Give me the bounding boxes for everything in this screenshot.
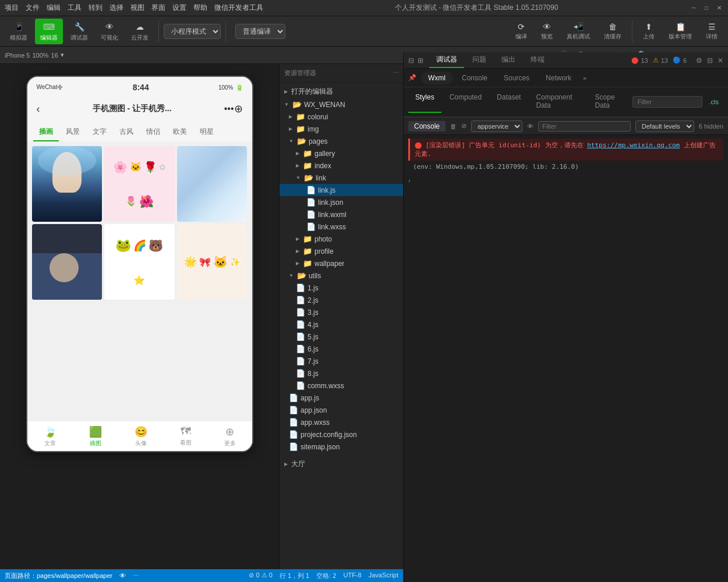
console-prompt[interactable]: › — [404, 174, 728, 187]
tree-6js[interactable]: 📄 6.js — [280, 343, 404, 355]
tree-3js[interactable]: 📄 3.js — [280, 306, 404, 318]
tree-2js[interactable]: 📄 2.js — [280, 294, 404, 306]
tree-utils[interactable]: ▼ 📂 utils — [280, 269, 404, 282]
compile-button[interactable]: ⟳ 编译 — [510, 20, 533, 43]
phone-more-icon[interactable]: ⊕ — [234, 102, 243, 115]
image-cell-dark[interactable] — [32, 224, 103, 300]
tree-8js[interactable]: 📄 8.js — [280, 367, 404, 379]
menu-item-settings[interactable]: 设置 — [172, 3, 186, 13]
tree-colorui[interactable]: ▶ 📁 colorui — [280, 111, 404, 123]
error-link[interactable]: https://mp.weixin.qq.com — [587, 141, 680, 149]
debug-collapse-icon[interactable]: ⊟ — [408, 56, 414, 65]
tree-7js[interactable]: 📄 7.js — [280, 355, 404, 367]
console-filter-input[interactable] — [538, 121, 631, 132]
tab-ancient[interactable]: 古风 — [114, 123, 139, 141]
tab-output[interactable]: 编出 — [494, 53, 522, 68]
subtab-network[interactable]: Network — [539, 72, 578, 84]
clear-cache-button[interactable]: 🗑 清缓存 — [598, 20, 627, 43]
subtab-more[interactable]: » — [583, 74, 586, 81]
status-eye-icon[interactable]: 👁 — [119, 572, 126, 579]
debugger-button[interactable]: 🔧 调试器 — [65, 19, 93, 44]
subtab-console[interactable]: Console — [455, 72, 494, 84]
split-debug-icon[interactable]: ⊟ — [707, 56, 713, 65]
settings-icon[interactable]: ⚙ — [696, 56, 702, 65]
menu-item-goto[interactable]: 转到 — [89, 3, 103, 13]
tab-scenery[interactable]: 风景 — [60, 123, 86, 141]
menu-item-wechat[interactable]: 微信开发者工具 — [214, 3, 263, 13]
tree-link-js[interactable]: 📄 link.js — [280, 184, 404, 196]
eye-icon[interactable]: 👁 — [527, 123, 533, 130]
menu-item-file[interactable]: 文件 — [26, 3, 40, 13]
tree-app-wxss[interactable]: 📄 app.wxss — [280, 416, 404, 428]
minimize-button[interactable]: ─ — [690, 4, 698, 12]
tree-sitemap[interactable]: 📄 sitemap.json — [280, 441, 404, 453]
visual-button[interactable]: 👁 可视化 — [96, 19, 123, 44]
subtab-wxml[interactable]: Wxml — [421, 72, 453, 84]
real-debug-button[interactable]: 📲 真机调试 — [561, 20, 596, 43]
menu-item-interface[interactable]: 界面 — [151, 3, 165, 13]
tree-gallery[interactable]: ▶ 📁 gallery — [280, 147, 404, 159]
simulator-button[interactable]: 📱 模拟器 — [5, 19, 33, 44]
maximize-button[interactable]: □ — [702, 4, 711, 12]
style-tab-computed[interactable]: Computed — [443, 91, 489, 113]
menu-item-select[interactable]: 选择 — [109, 3, 123, 13]
tab-debugger[interactable]: 调试器 — [429, 53, 464, 68]
tree-index[interactable]: ▶ 📁 index — [280, 159, 404, 172]
mode-select[interactable]: 小程序模式 — [164, 24, 221, 39]
tree-profile[interactable]: ▶ 📁 profile — [280, 245, 404, 257]
style-filter-input[interactable] — [632, 96, 702, 108]
tab-couple[interactable]: 情侣 — [140, 123, 166, 141]
footer-avatar[interactable]: 😊 头像 — [135, 425, 147, 448]
upload-button[interactable]: ⬆ 上传 — [637, 20, 660, 43]
tree-5js[interactable]: 📄 5.js — [280, 331, 404, 343]
file-panel-more-icon[interactable]: ⋯ — [393, 69, 400, 77]
preview-button[interactable]: 👁 预览 — [535, 20, 559, 43]
status-more-icon[interactable]: ⋯ — [133, 572, 139, 580]
menu-item-project[interactable]: 项目 — [5, 3, 19, 13]
pin-icon[interactable]: 📌 — [408, 74, 416, 81]
image-cell-pink[interactable]: 🌸 🐱 🌹 ✿ 🌷 🌺 — [104, 146, 175, 222]
tree-comm-wxss[interactable]: 📄 comm.wxss — [280, 379, 404, 392]
tab-illustration[interactable]: 插画 — [33, 123, 59, 141]
editor-button[interactable]: ⌨ 编辑器 — [35, 19, 63, 44]
tree-link-wxml[interactable]: 📄 link.wxml — [280, 208, 404, 221]
close-debug-icon[interactable]: ✕ — [718, 56, 723, 65]
tab-western[interactable]: 欧美 — [167, 123, 193, 141]
footer-more[interactable]: ⊕ 更多 — [224, 425, 236, 448]
prohibit-icon[interactable]: ⊘ — [461, 122, 467, 130]
tree-section-opened[interactable]: ▶ 打开的编辑器 — [280, 85, 404, 98]
style-tab-dataset[interactable]: Dataset — [490, 91, 528, 113]
style-tab-styles[interactable]: Styles — [408, 91, 441, 113]
menu-item-tools[interactable]: 工具 — [68, 3, 82, 13]
tree-link-wxss[interactable]: 📄 link.wxss — [280, 221, 404, 233]
compile-select[interactable]: 普通编译 — [235, 24, 285, 39]
tree-lobby[interactable]: ▶ 大厅 — [280, 457, 404, 471]
tree-link[interactable]: ▼ 📂 link — [280, 172, 404, 184]
tree-photo[interactable]: ▶ 📁 photo — [280, 233, 404, 245]
version-button[interactable]: 📋 版本管理 — [663, 20, 698, 43]
tab-problems[interactable]: 问题 — [465, 53, 493, 68]
tree-app-js[interactable]: 📄 app.js — [280, 392, 404, 404]
tab-terminal[interactable]: 终端 — [524, 53, 552, 68]
image-cell-cats[interactable]: 🌟 🎀 🐱 ✨ — [177, 224, 248, 300]
phone-menu-dots[interactable]: ••• — [224, 104, 234, 114]
footer-illustration[interactable]: 🟩 插图 — [89, 425, 102, 448]
subtab-sources[interactable]: Sources — [497, 72, 536, 84]
footer-article[interactable]: 🍃 文章 — [44, 425, 56, 448]
tree-project-config[interactable]: 📄 project.config.json — [280, 428, 404, 441]
tree-wallpaper[interactable]: ▶ 📁 wallpaper — [280, 257, 404, 269]
menu-item-help[interactable]: 帮助 — [193, 3, 207, 13]
close-button[interactable]: ✕ — [715, 4, 723, 12]
tab-star[interactable]: 明星 — [194, 123, 220, 141]
menu-item-edit[interactable]: 编辑 — [47, 3, 61, 13]
tree-link-json[interactable]: 📄 link.json — [280, 196, 404, 208]
menu-item-view[interactable]: 视图 — [130, 3, 144, 13]
tree-1js[interactable]: 📄 1.js — [280, 282, 404, 294]
console-service-select[interactable]: appservice — [471, 120, 522, 132]
debug-expand-icon[interactable]: ⊞ — [418, 56, 423, 65]
image-cell-anime[interactable] — [32, 146, 103, 222]
style-tab-component-data[interactable]: Component Data — [529, 91, 586, 113]
dropdown-arrow[interactable]: ▾ — [61, 51, 64, 59]
cloud-button[interactable]: ☁ 云开发 — [126, 19, 154, 44]
image-cell-stickers[interactable]: 🐸 🌈 🐻 ⭐ — [104, 224, 175, 300]
